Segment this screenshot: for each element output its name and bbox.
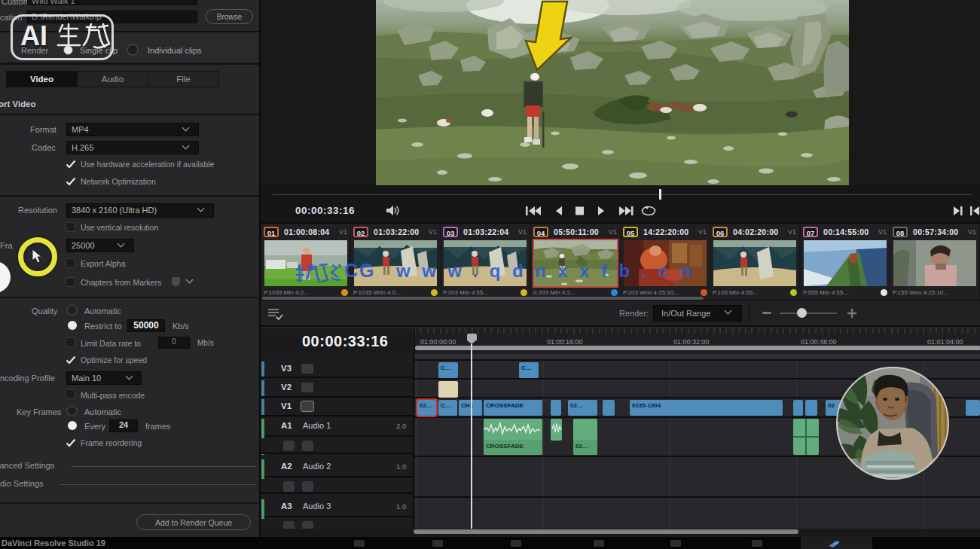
svg-text:01:00:00:00: 01:00:00:00 (420, 338, 456, 346)
svg-text:01:00:48:00: 01:00:48:00 (801, 338, 837, 346)
svg-text:01:00:16:00: 01:00:16:00 (547, 338, 583, 346)
svg-text:01:01:04:00: 01:01:04:00 (927, 338, 963, 346)
svg-text:01:00:32:00: 01:00:32:00 (673, 338, 710, 346)
